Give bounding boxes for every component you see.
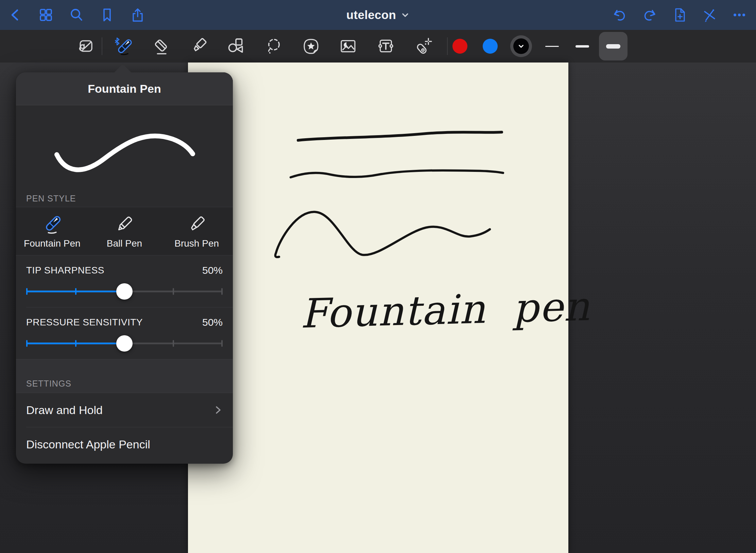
pen-style-label: Ball Pen <box>107 238 142 249</box>
color-swatch-blue[interactable] <box>483 39 498 54</box>
undo-icon <box>612 7 628 23</box>
stroke-preview <box>16 105 233 190</box>
title-chevron-down-icon <box>401 11 410 19</box>
fountain-pen-icon <box>41 214 63 235</box>
back-button[interactable] <box>7 7 23 23</box>
chevron-right-icon <box>214 405 223 415</box>
slider-tick <box>26 288 28 295</box>
tip-sharpness-block: TIP SHARPNESS 50% <box>16 255 233 302</box>
toolbar-divider <box>102 37 102 55</box>
read-only-mode-button[interactable] <box>70 30 101 63</box>
redo-button[interactable] <box>642 7 657 23</box>
add-page-button[interactable] <box>672 7 687 23</box>
pen-style-brush-pen[interactable]: Brush Pen <box>160 207 233 255</box>
eraser-icon <box>152 37 171 55</box>
search-icon <box>69 7 84 23</box>
pressure-sensitivity-value: 50% <box>202 317 223 328</box>
more-button[interactable] <box>732 7 747 23</box>
pen-style-fountain-pen[interactable]: Fountain Pen <box>16 207 88 255</box>
image-tool-button[interactable] <box>333 30 363 63</box>
text-tool-button[interactable] <box>371 30 401 63</box>
pen-style-label: Brush Pen <box>174 238 219 249</box>
tip-sharpness-label: TIP SHARPNESS <box>26 265 104 276</box>
slider-tick <box>173 288 174 295</box>
pen-settings-popover: Fountain Pen PEN STYLE <box>16 72 233 464</box>
draw-and-hold-row[interactable]: Draw and Hold <box>16 393 233 427</box>
slider-tick <box>173 340 174 347</box>
thickness-option-medium[interactable] <box>568 32 597 60</box>
back-icon <box>7 7 23 23</box>
sticker-icon <box>302 37 320 55</box>
pen-tool-icon <box>114 37 133 56</box>
lasso-icon <box>265 37 283 55</box>
slider-handle[interactable] <box>116 335 133 352</box>
sticker-tool-button[interactable] <box>296 30 326 63</box>
highlighter-icon <box>190 37 209 55</box>
pen-tool-button[interactable] <box>108 30 138 63</box>
image-icon <box>339 37 357 55</box>
shapes-tool-button[interactable] <box>221 30 251 63</box>
pages-overview-icon <box>38 7 54 23</box>
popover-header: Fountain Pen <box>16 72 233 105</box>
pen-style-label: Fountain Pen <box>24 238 81 249</box>
thickness-option-thick[interactable] <box>599 32 628 60</box>
share-icon <box>130 7 145 23</box>
draw-and-hold-label: Draw and Hold <box>26 404 103 417</box>
thick-line-glyph <box>606 44 620 49</box>
color-swatch-red[interactable] <box>452 39 467 54</box>
note-page[interactable]: Fountain pen <box>188 63 568 553</box>
app-window: utelecon <box>0 0 756 553</box>
stroke-preview-curve <box>26 114 223 182</box>
tip-sharpness-slider[interactable] <box>27 281 222 302</box>
pressure-sensitivity-slider[interactable] <box>27 333 222 354</box>
redo-icon <box>642 7 657 23</box>
disconnect-apple-pencil-label: Disconnect Apple Pencil <box>26 438 150 451</box>
slider-tick <box>26 340 28 347</box>
medium-line-glyph <box>575 45 589 48</box>
share-button[interactable] <box>130 7 145 23</box>
pressure-sensitivity-block: PRESSURE SENSITIVITY 50% <box>16 307 233 354</box>
brush-pen-icon <box>186 214 207 235</box>
read-only-mode-icon <box>77 37 94 55</box>
pages-overview-button[interactable] <box>38 7 54 23</box>
shapes-icon <box>227 37 245 55</box>
document-title[interactable]: utelecon <box>346 8 396 22</box>
disconnect-apple-pencil-row[interactable]: Disconnect Apple Pencil <box>16 427 233 461</box>
more-icon <box>732 7 747 23</box>
color-swatch-black-selected[interactable] <box>510 35 532 57</box>
swatch-chevron-down-icon <box>517 42 525 50</box>
handwritten-text: Fountain pen <box>299 283 572 337</box>
highlighter-tool-button[interactable] <box>184 30 215 63</box>
slider-tick <box>221 340 223 347</box>
pressure-sensitivity-label: PRESSURE SENSITIVITY <box>26 317 143 328</box>
laser-pointer-icon <box>414 37 432 55</box>
slider-handle[interactable] <box>116 283 133 300</box>
settings-section-label: SETTINGS <box>16 379 82 389</box>
thickness-option-thin[interactable] <box>538 32 566 60</box>
popover-title: Fountain Pen <box>88 82 161 95</box>
thin-line-glyph <box>545 46 559 47</box>
search-button[interactable] <box>69 7 84 23</box>
bookmark-button[interactable] <box>99 7 115 23</box>
nav-left-group <box>7 0 145 30</box>
pen-style-ball-pen[interactable]: Ball Pen <box>88 207 161 255</box>
nav-bar: utelecon <box>0 0 756 30</box>
slider-tick <box>221 288 223 295</box>
ball-pen-icon <box>114 214 135 235</box>
pen-style-options: Fountain Pen Ball Pen Brush Pen <box>16 207 233 255</box>
bluetooth-icon <box>115 38 119 45</box>
stylus-icon <box>702 7 717 23</box>
undo-button[interactable] <box>612 7 628 23</box>
toolbar-divider <box>447 37 448 55</box>
add-page-icon <box>672 7 687 23</box>
settings-section-header: SETTINGS <box>16 359 233 393</box>
lasso-tool-button[interactable] <box>259 30 289 63</box>
eraser-tool-button[interactable] <box>146 30 177 63</box>
laser-pointer-tool-button[interactable] <box>408 30 439 63</box>
slider-tick <box>75 288 76 295</box>
stylus-button[interactable] <box>702 7 717 23</box>
tip-sharpness-value: 50% <box>202 265 223 276</box>
slider-tick <box>75 340 76 347</box>
pen-style-section-label: PEN STYLE <box>16 190 233 207</box>
tool-bar <box>0 30 756 63</box>
